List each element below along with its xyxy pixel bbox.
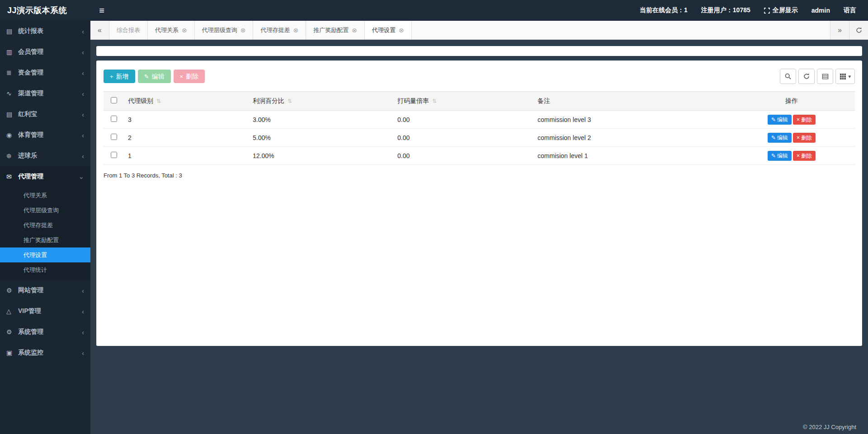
close-icon[interactable]: ⊗ <box>352 27 357 33</box>
search-button[interactable] <box>780 69 796 84</box>
sidebar-item-agent-relation[interactable]: 代理关系 <box>0 188 90 203</box>
row-edit-label: 编辑 <box>777 117 788 122</box>
submenu-label: 代理设置 <box>24 251 47 259</box>
tabs-container: 综合报表 代理关系 ⊗ 代理层级查询 ⊗ 代理存提差 ⊗ 推广奖励配置 ⊗ 代理… <box>109 21 830 39</box>
column-header-actions: 操作 <box>728 92 855 111</box>
agent-levels-table: 代理级别⇅ 利润百分比⇅ 打码量倍率⇅ 备注 操作 <box>104 91 855 165</box>
fullscreen-button[interactable]: 全屏显示 <box>764 6 798 14</box>
goal-fun-icon: ⊕ <box>6 152 18 159</box>
tab-agent-level-query[interactable]: 代理层级查询 ⊗ <box>195 21 254 39</box>
tab-comprehensive-report[interactable]: 综合报表 <box>109 21 148 39</box>
cell-wager-multiplier: 0.00 <box>394 129 534 147</box>
sidebar-item-agent-level-query[interactable]: 代理层级查询 <box>0 203 90 218</box>
sidebar-item-label: 系统监控 <box>18 349 82 357</box>
chevron-left-icon: ‹ <box>82 111 84 118</box>
close-icon[interactable]: ⊗ <box>241 27 246 33</box>
edit-button[interactable]: ✎ 编辑 <box>138 70 171 83</box>
column-label: 利润百分比 <box>253 97 284 104</box>
tabs-scroll-left-button[interactable]: « <box>90 21 109 39</box>
tab-label: 代理层级查询 <box>202 26 237 34</box>
sidebar-item-agent-stats[interactable]: 代理统计 <box>0 262 90 277</box>
columns-dropdown-button[interactable]: ▾ <box>835 69 855 84</box>
edit-icon: ✎ <box>771 153 776 159</box>
row-checkbox[interactable] <box>111 116 117 122</box>
row-delete-button[interactable]: ×删除 <box>793 115 816 125</box>
tab-label: 代理设置 <box>372 26 396 34</box>
sidebar-item-promo-reward-config[interactable]: 推广奖励配置 <box>0 233 90 247</box>
sidebar-item-bonus-treasure[interactable]: ▤ 红利宝 ‹ <box>0 104 90 125</box>
sidebar-item-channel-mgmt[interactable]: ∿ 渠道管理 ‹ <box>0 83 90 104</box>
edit-icon: ✎ <box>144 74 149 79</box>
tab-promo-reward-config[interactable]: 推广奖励配置 ⊗ <box>306 21 365 39</box>
stats-report-icon: ▤ <box>6 28 18 35</box>
row-edit-label: 编辑 <box>777 135 788 140</box>
tab-agent-relation[interactable]: 代理关系 ⊗ <box>148 21 195 39</box>
row-delete-button[interactable]: ×删除 <box>793 151 816 161</box>
sidebar-item-stats-report[interactable]: ▤ 统计报表 ‹ <box>0 21 90 42</box>
sidebar-item-vip-mgmt[interactable]: △ VIP管理 ‹ <box>0 301 90 322</box>
edit-icon: ✎ <box>771 117 776 122</box>
close-icon[interactable]: ⊗ <box>293 27 298 33</box>
sidebar-item-system-monitor[interactable]: ▣ 系统监控 ‹ <box>0 342 90 363</box>
plus-icon: + <box>110 74 113 79</box>
tabs-refresh-button[interactable] <box>849 21 868 39</box>
row-checkbox[interactable] <box>111 152 117 158</box>
close-icon[interactable]: ⊗ <box>182 27 187 33</box>
tab-agent-deposit-diff[interactable]: 代理存提差 ⊗ <box>253 21 306 39</box>
topbar-right: 当前在线会员：1 注册用户：10785 全屏显示 admin 语言 <box>640 0 868 21</box>
sidebar-item-sports-mgmt[interactable]: ◉ 体育管理 ‹ <box>0 125 90 145</box>
tab-bar: « 综合报表 代理关系 ⊗ 代理层级查询 ⊗ 代理存提差 ⊗ 推广奖励配置 ⊗ … <box>90 21 868 40</box>
cell-profit-percent: 12.00% <box>249 147 394 165</box>
sidebar-item-system-mgmt[interactable]: ⚙ 系统管理 ‹ <box>0 322 90 342</box>
language-menu[interactable]: 语言 <box>844 6 856 14</box>
user-menu[interactable]: admin <box>811 7 830 14</box>
row-delete-label: 删除 <box>801 153 812 159</box>
chevron-left-icon: ‹ <box>82 287 84 294</box>
refresh-table-button[interactable] <box>798 69 815 84</box>
refresh-icon <box>803 73 810 79</box>
column-header-agent-level[interactable]: 代理级别⇅ <box>124 92 249 111</box>
chevron-left-icon: ‹ <box>82 28 84 35</box>
row-edit-button[interactable]: ✎编辑 <box>768 115 792 125</box>
sidebar-item-agent-deposit-diff[interactable]: 代理存提差 <box>0 218 90 233</box>
sidebar: ▤ 统计报表 ‹ ▥ 会员管理 ‹ ≣ 资金管理 ‹ ∿ 渠道管理 ‹ ▤ 红利… <box>0 21 90 434</box>
sidebar-item-label: VIP管理 <box>18 307 82 315</box>
tab-label: 代理关系 <box>155 26 179 34</box>
sidebar-item-agent-settings[interactable]: 代理设置 <box>0 247 90 262</box>
sidebar-item-label: 网站管理 <box>18 286 82 294</box>
sidebar-item-agent-mgmt[interactable]: ✉ 代理管理 ⌄ <box>0 166 90 187</box>
sidebar-item-label: 统计报表 <box>18 27 82 35</box>
row-delete-button[interactable]: ×删除 <box>793 133 816 143</box>
toggle-view-button[interactable] <box>817 69 833 84</box>
add-button[interactable]: + 新增 <box>104 70 135 83</box>
column-header-wager-multiplier[interactable]: 打码量倍率⇅ <box>394 92 534 111</box>
column-label: 打码量倍率 <box>397 97 429 104</box>
sidebar-item-label: 体育管理 <box>18 131 82 139</box>
sidebar-toggle-button[interactable]: ≡ <box>90 0 113 21</box>
system-mgmt-icon: ⚙ <box>6 328 18 336</box>
chevron-left-icon: ‹ <box>82 328 84 336</box>
sidebar-item-goal-fun[interactable]: ⊕ 进球乐 ‹ <box>0 145 90 166</box>
sidebar-item-funds-mgmt[interactable]: ≣ 资金管理 ‹ <box>0 62 90 83</box>
row-edit-button[interactable]: ✎编辑 <box>768 151 792 161</box>
select-all-checkbox[interactable] <box>111 97 117 103</box>
sidebar-item-member-mgmt[interactable]: ▥ 会员管理 ‹ <box>0 42 90 62</box>
close-icon[interactable]: ⊗ <box>399 27 404 33</box>
delete-button[interactable]: × 删除 <box>174 70 205 83</box>
tabs-scroll-right-button[interactable]: » <box>830 21 849 39</box>
cell-wager-multiplier: 0.00 <box>394 147 534 165</box>
chevron-down-icon: ⌄ <box>78 173 84 181</box>
column-label: 备注 <box>538 97 550 104</box>
sidebar-item-website-mgmt[interactable]: ⚙ 网站管理 ‹ <box>0 280 90 301</box>
row-delete-label: 删除 <box>801 117 812 122</box>
add-button-label: 新增 <box>116 73 129 79</box>
row-edit-button[interactable]: ✎编辑 <box>768 133 792 143</box>
row-checkbox[interactable] <box>111 134 117 140</box>
table-row: 2 5.00% 0.00 commission level 2 ✎编辑 ×删除 <box>104 129 855 147</box>
chevron-left-icon: ‹ <box>82 349 84 357</box>
column-header-profit-percent[interactable]: 利润百分比⇅ <box>249 92 394 111</box>
tab-agent-settings[interactable]: 代理设置 ⊗ <box>365 21 412 39</box>
agent-mgmt-icon: ✉ <box>6 173 18 180</box>
caret-down-icon: ▾ <box>848 74 851 79</box>
chevron-left-icon: ‹ <box>82 308 84 315</box>
